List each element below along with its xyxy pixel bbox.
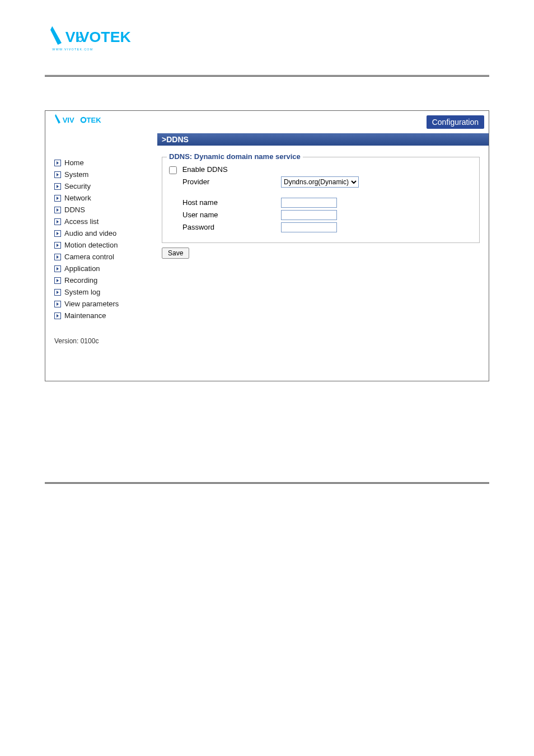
ddns-fieldset: DDNS: Dynamic domain name service Enable… — [162, 157, 480, 243]
sidebar-item-label: Maintenance — [64, 311, 106, 320]
provider-row: Provider Dyndns.org(Dynamic) — [169, 176, 472, 188]
sidebar-item-label: Network — [64, 194, 91, 202]
sidebar-item-label: Home — [64, 158, 84, 167]
svg-point-4 — [81, 118, 86, 122]
arrow-icon — [54, 183, 61, 190]
arrow-icon — [54, 218, 61, 225]
arrow-icon — [54, 230, 61, 237]
username-row: User name — [169, 210, 472, 220]
arrow-icon — [54, 195, 61, 202]
password-input[interactable] — [281, 222, 337, 232]
username-label: User name — [169, 211, 281, 219]
version-label: Version: 0100c — [54, 337, 151, 345]
arrow-icon — [54, 171, 61, 178]
spacer — [169, 190, 472, 195]
app-frame: VIV TEK Configuration >DDNS Home System … — [45, 110, 489, 381]
enable-ddns-text: Enable DDNS — [182, 165, 228, 174]
sidebar-item-audio-video[interactable]: Audio and video — [54, 227, 151, 239]
hostname-input[interactable] — [281, 198, 337, 208]
sidebar-item-label: Audio and video — [64, 229, 116, 237]
arrow-icon — [54, 301, 61, 307]
hostname-label: Host name — [169, 198, 281, 207]
password-row: Password — [169, 222, 472, 232]
sidebar-item-recording[interactable]: Recording — [54, 274, 151, 286]
arrow-icon — [54, 277, 61, 284]
arrow-icon — [54, 254, 61, 260]
sidebar-item-label: Camera control — [64, 253, 114, 261]
sidebar-item-label: Access list — [64, 217, 99, 226]
sidebar-item-label: System — [64, 170, 88, 179]
arrow-icon — [54, 242, 61, 249]
sidebar-item-home[interactable]: Home — [54, 157, 151, 169]
content-area: DDNS: Dynamic domain name service Enable… — [157, 146, 489, 381]
password-label: Password — [169, 223, 281, 231]
divider-top — [45, 75, 489, 77]
enable-ddns-label[interactable]: Enable DDNS — [169, 165, 228, 174]
divider-bottom — [45, 482, 489, 484]
provider-label: Provider — [169, 178, 281, 186]
title-bar: >DDNS — [157, 133, 489, 146]
app-body: Home System Security Network DDNS Access… — [45, 146, 489, 381]
sidebar-item-label: View parameters — [64, 300, 119, 308]
sidebar-item-label: Recording — [64, 276, 97, 284]
sidebar-item-label: System log — [64, 288, 100, 296]
sidebar-item-label: DDNS — [64, 206, 85, 214]
sidebar-item-label: Motion detection — [64, 241, 118, 249]
sidebar-item-maintenance[interactable]: Maintenance — [54, 310, 151, 321]
app-header: VIV TEK Configuration — [45, 111, 489, 133]
vivotek-logo-icon: VIVOTEK WWW.VIVOTEK.COM — [45, 22, 157, 56]
vivotek-small-logo-icon: VIV TEK — [52, 111, 130, 130]
enable-ddns-checkbox[interactable] — [169, 166, 177, 174]
arrow-icon — [54, 289, 61, 296]
svg-text:WWW.VIVOTEK.COM: WWW.VIVOTEK.COM — [52, 48, 93, 51]
save-button[interactable]: Save — [162, 248, 189, 259]
app-header-logo: VIV TEK — [52, 111, 130, 133]
sidebar-item-label: Application — [64, 264, 100, 273]
sidebar-item-system[interactable]: System — [54, 169, 151, 180]
svg-text:TEK: TEK — [87, 116, 102, 124]
sidebar-item-access-list[interactable]: Access list — [54, 216, 151, 227]
sidebar: Home System Security Network DDNS Access… — [45, 146, 157, 381]
svg-text:VIVOTEK: VIVOTEK — [65, 29, 131, 45]
sidebar-item-security[interactable]: Security — [54, 180, 151, 192]
fieldset-legend: DDNS: Dynamic domain name service — [167, 152, 303, 161]
sidebar-item-system-log[interactable]: System log — [54, 286, 151, 298]
provider-select[interactable]: Dyndns.org(Dynamic) — [281, 176, 359, 188]
enable-ddns-row: Enable DDNS — [169, 165, 472, 174]
svg-text:VIV: VIV — [63, 116, 74, 124]
arrow-icon — [54, 207, 61, 213]
sidebar-item-application[interactable]: Application — [54, 263, 151, 274]
page-logo: VIVOTEK WWW.VIVOTEK.COM — [45, 22, 489, 58]
username-input[interactable] — [281, 210, 337, 220]
configuration-label: Configuration — [427, 115, 484, 129]
arrow-icon — [54, 312, 61, 319]
sidebar-item-ddns[interactable]: DDNS — [54, 204, 151, 216]
nav-list: Home System Security Network DDNS Access… — [54, 157, 151, 321]
sidebar-item-motion-detection[interactable]: Motion detection — [54, 239, 151, 251]
sidebar-item-camera-control[interactable]: Camera control — [54, 251, 151, 263]
sidebar-item-view-parameters[interactable]: View parameters — [54, 298, 151, 310]
sidebar-item-label: Security — [64, 182, 91, 190]
arrow-icon — [54, 160, 61, 166]
hostname-row: Host name — [169, 198, 472, 208]
sidebar-item-network[interactable]: Network — [54, 192, 151, 204]
arrow-icon — [54, 265, 61, 272]
